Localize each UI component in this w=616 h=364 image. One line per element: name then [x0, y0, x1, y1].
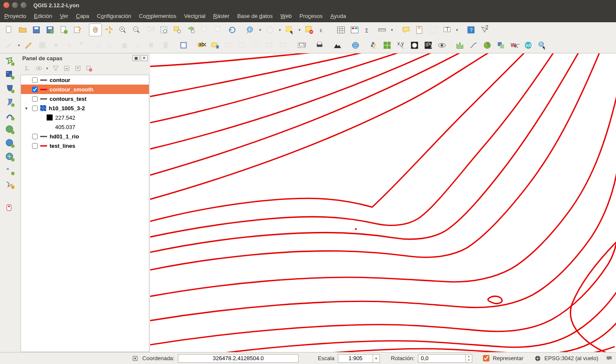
layer-contour-smooth[interactable]: contour_smooth	[21, 85, 149, 94]
add-raster-button[interactable]	[3, 69, 17, 81]
map-tips-button[interactable]	[400, 23, 412, 36]
rotation-input[interactable]	[418, 355, 465, 362]
add-spatialite-button[interactable]	[3, 96, 17, 108]
layer-h10[interactable]: ▾ h10_1005_3-2	[21, 103, 149, 113]
layer-hd01[interactable]: hd01_1_rio	[21, 132, 149, 141]
open-project-button[interactable]	[16, 23, 29, 36]
label-highlight-button[interactable]	[209, 39, 222, 52]
layer-contours-test[interactable]: contours_test	[21, 94, 149, 103]
open-table-button[interactable]	[335, 23, 347, 36]
layer-collapse-icon[interactable]	[74, 65, 82, 72]
toggle-extents-icon[interactable]	[131, 355, 139, 362]
menu-raster[interactable]: Ráster	[213, 13, 229, 19]
help-button[interactable]: ?	[465, 23, 477, 36]
gps-button[interactable]	[3, 202, 17, 214]
python-button[interactable]	[367, 39, 380, 52]
layer-visibility-icon[interactable]	[35, 65, 43, 72]
add-wcs-button[interactable]	[3, 137, 17, 149]
refresh-button[interactable]	[226, 23, 239, 36]
menu-proyecto[interactable]: Proyecto	[4, 13, 26, 19]
add-wfs-button[interactable]	[3, 151, 17, 163]
panel-undock-button[interactable]: ▣	[133, 55, 139, 61]
layer-remove-icon[interactable]	[85, 65, 93, 72]
whats-this-button[interactable]: ?	[478, 23, 491, 36]
zoom-layer-button[interactable]	[185, 23, 198, 36]
curve-button[interactable]	[467, 39, 480, 52]
csw-button[interactable]: CSW	[295, 39, 308, 52]
zoom-in-button[interactable]	[116, 23, 129, 36]
layer-contours-test-checkbox[interactable]	[32, 96, 38, 102]
globe-button[interactable]	[349, 39, 362, 52]
new-shapefile-button[interactable]	[3, 178, 17, 190]
menu-configuracion[interactable]: Configuración	[97, 13, 131, 19]
zoom-out-button[interactable]	[130, 23, 143, 36]
menu-web[interactable]: Web	[281, 13, 292, 19]
save-project-button[interactable]	[30, 23, 43, 36]
menu-ver[interactable]: Ver	[60, 13, 68, 19]
print-button[interactable]	[313, 39, 326, 52]
window-maximize-button[interactable]	[21, 2, 27, 8]
layer-contour-smooth-checkbox[interactable]	[32, 87, 38, 92]
osm-button[interactable]	[408, 39, 421, 52]
menu-basedatos[interactable]: Base de datos	[237, 13, 272, 19]
add-vector-button[interactable]	[3, 55, 17, 67]
add-wms-button[interactable]	[3, 123, 17, 135]
menu-ayuda[interactable]: Ayuda	[330, 13, 346, 19]
label-layer-button[interactable]: abc	[195, 39, 208, 52]
select-dropdown[interactable]	[297, 23, 302, 36]
palette-button[interactable]	[481, 39, 494, 52]
preview-button[interactable]	[435, 39, 448, 52]
bookmark-button[interactable]	[413, 23, 426, 36]
identify-dropdown[interactable]	[258, 23, 263, 36]
info-pointer-button[interactable]: i	[536, 39, 548, 52]
layer-h10-sub2[interactable]: 405.037	[21, 122, 149, 132]
menu-procesos[interactable]: Procesos	[299, 13, 323, 19]
pan-button[interactable]	[89, 23, 102, 36]
zoom-full-button[interactable]	[157, 23, 170, 36]
layer-filter-icon[interactable]	[52, 65, 59, 72]
layer-style-icon[interactable]	[24, 65, 32, 72]
menu-edicion[interactable]: Edición	[34, 13, 52, 19]
menu-complementos[interactable]: Complementos	[139, 13, 176, 19]
scale-input[interactable]	[338, 355, 373, 362]
annotation-dropdown[interactable]	[454, 23, 459, 36]
render-checkbox[interactable]	[483, 355, 489, 361]
map-canvas[interactable]	[150, 53, 616, 352]
panel-close-button[interactable]: ✕	[141, 55, 148, 61]
save-as-button[interactable]	[44, 23, 56, 36]
layer-tree[interactable]: contour contour_smooth contours_test ▾ h…	[21, 75, 149, 352]
add-delimited-button[interactable]: "	[3, 164, 17, 176]
histogram-button[interactable]	[453, 39, 466, 52]
wkt-circle-button[interactable]: wkt	[522, 39, 535, 52]
window-minimize-button[interactable]	[12, 2, 18, 8]
layer-contour-checkbox[interactable]	[32, 77, 38, 83]
layer-expand-icon[interactable]	[63, 65, 71, 72]
scale-combo[interactable]: ▾	[338, 354, 380, 363]
layers-button[interactable]	[495, 39, 507, 52]
coord-input[interactable]	[178, 354, 299, 363]
raster-calc-button[interactable]	[177, 39, 190, 52]
layer-hd01-checkbox[interactable]	[32, 134, 38, 139]
add-mssql-button[interactable]	[3, 110, 17, 122]
wkt-button[interactable]: WKT	[508, 39, 521, 52]
epsg-label[interactable]: EPSG:3042 (al vuelo)	[545, 355, 598, 361]
composer-manager-button[interactable]	[71, 23, 84, 36]
grass-button[interactable]	[381, 39, 394, 52]
measure-button[interactable]	[376, 23, 388, 36]
measure-dropdown[interactable]	[389, 23, 394, 36]
crs-icon[interactable]	[534, 355, 541, 362]
layer-test-lines[interactable]: test_lines	[21, 141, 149, 150]
layer-test-lines-checkbox[interactable]	[32, 143, 38, 149]
expression-select-button[interactable]: ε	[317, 23, 329, 36]
ipy-button[interactable]: IPy	[422, 39, 435, 52]
new-project-button[interactable]	[3, 23, 15, 36]
messages-icon[interactable]	[605, 355, 613, 362]
layer-contour[interactable]: contour	[21, 75, 149, 85]
identify-button[interactable]: i	[244, 23, 257, 36]
layer-h10-checkbox[interactable]	[32, 106, 38, 111]
menu-capa[interactable]: Capa	[76, 13, 89, 19]
field-calc-button[interactable]	[348, 23, 361, 36]
add-postgis-button[interactable]	[3, 82, 17, 94]
stats-button[interactable]: Σ	[362, 23, 375, 36]
terrain-button[interactable]	[331, 39, 344, 52]
